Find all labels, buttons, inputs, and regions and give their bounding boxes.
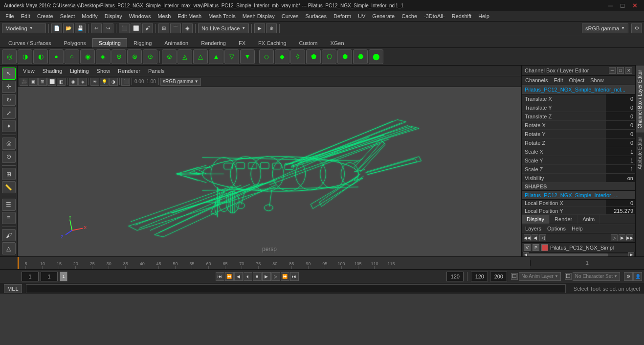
channel-translate-x[interactable]: Translate X 0 bbox=[522, 94, 635, 103]
vp-camera-icon[interactable]: 🎥 bbox=[20, 78, 28, 86]
channel-scale-x[interactable]: Scale X 1 bbox=[522, 147, 635, 156]
frame-end2-input[interactable] bbox=[471, 272, 488, 281]
menu-item-deform[interactable]: Deform bbox=[330, 12, 355, 20]
layer-scroll-next2-btn[interactable]: ▶ bbox=[619, 234, 625, 241]
char-set-dropdown[interactable]: No Character Set ▼ bbox=[573, 272, 620, 281]
sculpt-tool[interactable]: ⊙ bbox=[2, 151, 16, 163]
stop-btn[interactable]: ■ bbox=[253, 272, 262, 281]
tool-icon-22[interactable]: ⬣ bbox=[353, 49, 368, 64]
open-file-button[interactable]: 📂 bbox=[63, 23, 74, 33]
channel-translate-y-value[interactable]: 0 bbox=[606, 103, 635, 112]
tool-icon-1[interactable]: ◑ bbox=[18, 49, 32, 64]
go-start-btn[interactable]: ⏮ bbox=[216, 272, 224, 281]
char-set-check[interactable]: ☐ bbox=[565, 273, 572, 280]
tool-icon-13[interactable]: ▲ bbox=[209, 49, 223, 64]
menu-item-modify[interactable]: Modify bbox=[78, 12, 101, 20]
annotation-tool[interactable]: △ bbox=[2, 242, 16, 254]
layer-scroll-thumb[interactable] bbox=[529, 253, 608, 256]
menu-item-curves[interactable]: Curves bbox=[278, 12, 302, 20]
channel-rotate-x[interactable]: Rotate X 0 bbox=[522, 121, 635, 130]
scale-tool[interactable]: ⤢ bbox=[2, 107, 16, 119]
frame-thumb[interactable]: 1 bbox=[60, 272, 67, 281]
mode-dropdown[interactable]: Modeling ▼ bbox=[2, 23, 46, 33]
cb-menu-object[interactable]: Object bbox=[567, 77, 586, 84]
mode-tab-fx-caching[interactable]: FX Caching bbox=[252, 38, 292, 47]
viewport-menu-view[interactable]: View bbox=[20, 67, 38, 75]
menu-item-mesh-display[interactable]: Mesh Display bbox=[239, 12, 278, 20]
layer-visibility-toggle[interactable]: V bbox=[524, 244, 531, 251]
channel-translate-z[interactable]: Translate Z 0 bbox=[522, 112, 635, 121]
channel-scale-y[interactable]: Scale Y 1 bbox=[522, 156, 635, 165]
layer-color-swatch[interactable] bbox=[541, 244, 548, 251]
vp-grid-icon[interactable]: ⊞ bbox=[38, 78, 47, 86]
channel-scale-z[interactable]: Scale Z 1 bbox=[522, 165, 635, 174]
close-button[interactable]: ✕ bbox=[630, 2, 640, 9]
snap-point-button[interactable]: ◉ bbox=[182, 23, 193, 33]
menu-item-mesh-tools[interactable]: Mesh Tools bbox=[205, 12, 239, 20]
channel-scale-z-value[interactable]: 1 bbox=[606, 165, 635, 173]
mode-tab-polygons[interactable]: Polygons bbox=[57, 38, 92, 47]
vp-lighting2-icon[interactable]: 💡 bbox=[100, 78, 109, 86]
channel-translate-y[interactable]: Translate Y 0 bbox=[522, 103, 635, 112]
undo-button[interactable]: ↩ bbox=[91, 23, 102, 33]
frame-start-input[interactable] bbox=[22, 272, 39, 281]
menu-item-create[interactable]: Create bbox=[34, 12, 57, 20]
tool-icon-3[interactable]: ● bbox=[49, 49, 64, 64]
layer-scroll-left-btn[interactable]: ◀◀ bbox=[524, 234, 531, 241]
menu-item-display[interactable]: Display bbox=[101, 12, 126, 20]
le-menu-layers[interactable]: Layers bbox=[524, 225, 543, 232]
tab-anim[interactable]: Anim bbox=[577, 215, 600, 224]
menu-item--3dtoall-[interactable]: -3DtoAll- bbox=[421, 12, 448, 20]
local-position-x-value[interactable]: 0 bbox=[606, 200, 635, 207]
menu-item-edit-mesh[interactable]: Edit Mesh bbox=[174, 12, 205, 20]
tool-icon-2[interactable]: ◐ bbox=[33, 49, 48, 64]
layer-scroll-track[interactable] bbox=[529, 253, 628, 256]
mode-tab-rigging[interactable]: Rigging bbox=[127, 38, 158, 47]
move-tool[interactable]: ✛ bbox=[2, 81, 16, 93]
vp-wireframe-icon[interactable]: ⬜ bbox=[47, 78, 56, 86]
le-menu-options[interactable]: Options bbox=[546, 225, 567, 232]
redo-button[interactable]: ↪ bbox=[103, 23, 113, 33]
menu-item-generate[interactable]: Generate bbox=[369, 12, 398, 20]
menu-item-mesh[interactable]: Mesh bbox=[154, 12, 174, 20]
char-set-btn1[interactable]: ⚙ bbox=[624, 272, 633, 281]
layer-scroll-prev-btn[interactable]: ◀ bbox=[532, 234, 538, 241]
viewport-menu-shading[interactable]: Shading bbox=[39, 67, 66, 75]
soft-select-tool[interactable]: ◎ bbox=[2, 138, 16, 150]
tool-icon-23[interactable]: ⬤ bbox=[369, 49, 383, 64]
menu-item-select[interactable]: Select bbox=[57, 12, 79, 20]
timeline-ruler[interactable]: 5101520253035404550556065707580859095100… bbox=[18, 257, 530, 269]
channel-visibility[interactable]: Visibility on bbox=[522, 174, 635, 183]
viewport-menu-panels[interactable]: Panels bbox=[145, 67, 168, 75]
outliner-tool[interactable]: ☰ bbox=[2, 199, 16, 211]
tool-icon-10[interactable]: ⊚ bbox=[162, 49, 177, 64]
play-back-btn[interactable]: ⏴ bbox=[244, 272, 252, 281]
frame-end3-input[interactable] bbox=[490, 272, 507, 281]
char-set-btn2[interactable]: 👤 bbox=[633, 272, 642, 281]
channel-scale-y-value[interactable]: 1 bbox=[606, 156, 635, 164]
menu-item-file[interactable]: File bbox=[2, 12, 18, 20]
cb-menu-show[interactable]: Show bbox=[589, 77, 605, 84]
tool-icon-4[interactable]: ○ bbox=[65, 49, 79, 64]
menu-item-edit[interactable]: Edit bbox=[18, 12, 34, 20]
viewport-menu-show[interactable]: Show bbox=[93, 67, 114, 75]
rotate-tool[interactable]: ↻ bbox=[2, 94, 16, 106]
mode-tab-rendering[interactable]: Rendering bbox=[195, 38, 232, 47]
tool-icon-0[interactable]: ◎ bbox=[2, 49, 17, 64]
menu-item-uv[interactable]: UV bbox=[355, 12, 369, 20]
lasso-button[interactable]: ⬜ bbox=[131, 23, 141, 33]
timeline-playhead[interactable] bbox=[18, 257, 19, 269]
save-file-button[interactable]: 💾 bbox=[75, 23, 86, 33]
frame-end-input[interactable] bbox=[446, 272, 464, 281]
vp-shadow-icon[interactable]: ◑ bbox=[109, 78, 118, 86]
channel-translate-x-value[interactable]: 0 bbox=[606, 94, 635, 103]
tool-icon-8[interactable]: ⊗ bbox=[127, 49, 142, 64]
vp-isolate-icon[interactable]: ◉ bbox=[69, 78, 78, 86]
local-position-y-row[interactable]: Local Position Y 215.279 bbox=[522, 207, 635, 215]
snap-tool[interactable]: ⊞ bbox=[2, 168, 16, 180]
viewport-menu-renderer[interactable]: Renderer bbox=[114, 67, 144, 75]
viewport[interactable]: View Shading Lighting Show Renderer Pane… bbox=[18, 66, 521, 256]
channel-visibility-value[interactable]: on bbox=[606, 174, 635, 182]
channelbox-sidetab[interactable]: Channel Box / Layer Editor bbox=[636, 66, 644, 133]
paint-button[interactable]: 🖌 bbox=[142, 23, 153, 33]
